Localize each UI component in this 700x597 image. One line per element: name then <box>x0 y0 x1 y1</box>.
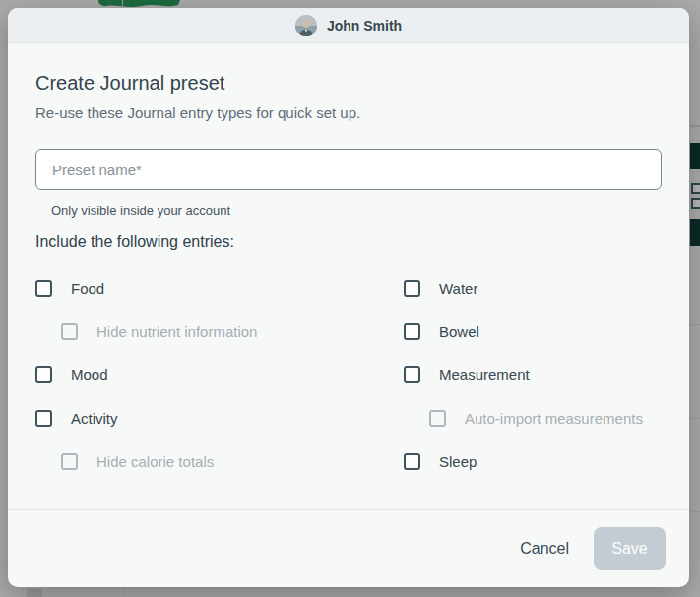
user-name: John Smith <box>327 18 402 33</box>
checkbox-food[interactable] <box>35 280 52 297</box>
dialog-title: Create Journal preset <box>35 71 662 95</box>
cancel-button[interactable]: Cancel <box>516 532 573 565</box>
checkbox-label-mood: Mood <box>71 366 108 383</box>
checkbox-row-activity[interactable]: Activity <box>35 396 404 439</box>
checkbox-activity[interactable] <box>35 410 52 427</box>
checkbox-label-hide-calorie-totals: Hide calorie totals <box>96 453 214 470</box>
checkbox-row-measurement[interactable]: Measurement <box>404 353 662 396</box>
create-journal-preset-dialog: John Smith Create Journal preset Re-use … <box>8 8 689 587</box>
background-logo-icon <box>98 0 180 8</box>
section-label: Include the following entries: <box>35 232 662 252</box>
background-divider <box>690 511 700 512</box>
entries-column-right: WaterBowelMeasurementAuto-import measure… <box>404 266 662 483</box>
checkbox-bowel[interactable] <box>404 323 420 340</box>
checkbox-auto-import-measurements[interactable] <box>429 410 446 427</box>
checkbox-row-mood[interactable]: Mood <box>35 353 404 396</box>
checkbox-label-hide-nutrient-information: Hide nutrient information <box>96 323 257 340</box>
checkbox-row-auto-import-measurements[interactable]: Auto-import measurements <box>429 396 662 439</box>
checkbox-mood[interactable] <box>35 366 52 383</box>
checkbox-hide-calorie-totals[interactable] <box>61 453 78 470</box>
checkbox-label-measurement: Measurement <box>439 366 530 383</box>
dialog-body: Create Journal preset Re-use these Journ… <box>8 43 689 509</box>
save-button[interactable]: Save <box>594 527 666 570</box>
preset-name-input[interactable] <box>35 149 662 190</box>
background-divider <box>122 0 123 8</box>
checkbox-sleep[interactable] <box>404 453 420 470</box>
person-icon <box>295 15 317 36</box>
checkbox-hide-nutrient-information[interactable] <box>61 323 78 340</box>
checkbox-label-sleep: Sleep <box>439 453 477 470</box>
dialog-footer: Cancel Save <box>8 509 689 587</box>
checkbox-row-bowel[interactable]: Bowel <box>404 309 662 353</box>
checkbox-label-bowel: Bowel <box>439 323 479 340</box>
dialog-header: John Smith <box>8 8 689 43</box>
checkbox-row-hide-nutrient-information[interactable]: Hide nutrient information <box>61 309 404 353</box>
checkbox-label-auto-import-measurements: Auto-import measurements <box>465 410 643 427</box>
checkbox-row-hide-calorie-totals[interactable]: Hide calorie totals <box>61 439 404 483</box>
background-button-fragment <box>690 143 700 169</box>
input-helper-text: Only visible inside your account <box>51 203 662 219</box>
background-icon-fragment <box>691 198 700 209</box>
checkbox-row-water[interactable]: Water <box>404 266 662 309</box>
background-divider <box>690 324 700 325</box>
entries-column-left: FoodHide nutrient informationMoodActivit… <box>35 266 404 483</box>
background-divider <box>123 588 124 597</box>
checkbox-row-food[interactable]: Food <box>35 266 404 309</box>
checkbox-row-sleep[interactable]: Sleep <box>404 439 662 483</box>
background-button-fragment <box>690 219 700 246</box>
background-divider <box>690 418 700 419</box>
checkbox-label-water: Water <box>439 280 477 297</box>
checkbox-label-food: Food <box>71 280 104 297</box>
checkbox-water[interactable] <box>404 280 420 297</box>
background-icon-fragment <box>691 183 700 194</box>
checkbox-label-activity: Activity <box>71 410 118 427</box>
entries-grid: FoodHide nutrient informationMoodActivit… <box>35 266 662 483</box>
background-divider <box>690 125 700 127</box>
avatar <box>295 15 317 36</box>
checkbox-measurement[interactable] <box>404 366 420 383</box>
background-fragment <box>27 589 42 597</box>
dialog-subtitle: Re-use these Journal entry types for qui… <box>35 103 662 123</box>
